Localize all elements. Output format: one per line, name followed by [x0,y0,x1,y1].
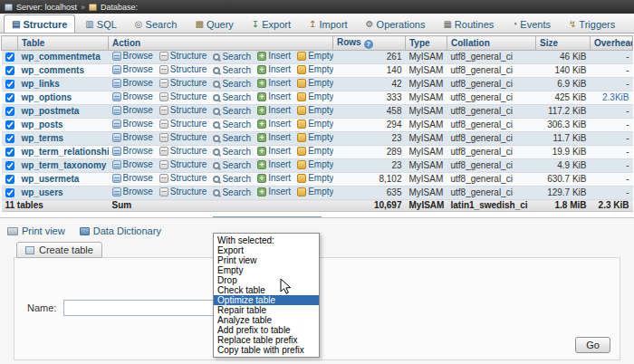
search-action[interactable]: Search [213,160,251,171]
insert-action[interactable]: Insert [257,132,291,143]
database-link[interactable]: Database: [101,3,138,12]
row-checkbox[interactable] [5,161,14,170]
data-dictionary-link[interactable]: Data Dictionary [80,225,161,236]
search-action[interactable]: Search [213,106,251,117]
tab-sql[interactable]: ▥ SQL [77,14,124,33]
search-action[interactable]: Search [213,187,251,198]
structure-action[interactable]: Structure [159,64,207,75]
empty-action[interactable]: Empty [297,119,332,129]
structure-action[interactable]: Structure [159,119,207,129]
go-button[interactable]: Go [575,337,610,353]
structure-action[interactable]: Structure [159,187,207,197]
empty-action[interactable]: Empty [297,105,332,116]
browse-action[interactable]: Browse [112,51,153,62]
search-action[interactable]: Search [213,120,251,130]
insert-action[interactable]: Insert [257,51,291,62]
row-checkbox[interactable] [5,66,14,75]
search-action[interactable]: Search [213,79,251,90]
dropdown-option[interactable]: Export [214,245,319,255]
browse-action[interactable]: Browse [112,64,153,75]
row-checkbox[interactable] [5,107,14,116]
structure-action[interactable]: Structure [159,51,207,62]
structure-action[interactable]: Structure [159,78,207,89]
insert-action[interactable]: Insert [257,187,291,197]
dropdown-option[interactable]: With selected: [214,235,319,245]
search-action[interactable]: Search [213,174,251,185]
tab-structure[interactable]: ▤ Structure [4,14,75,33]
table-name-link[interactable]: wp_posts [22,120,63,129]
insert-action[interactable]: Insert [257,119,291,129]
empty-action[interactable]: Empty [297,173,332,184]
tab-import[interactable]: ↥ Import [301,14,356,33]
server-link[interactable]: Server: localhost [16,3,77,12]
dropdown-option[interactable]: Print view [214,255,319,265]
dropdown-option[interactable]: Check table [214,285,319,295]
empty-action[interactable]: Empty [297,64,332,75]
header-type[interactable]: Type [406,36,447,51]
empty-action[interactable]: Empty [297,146,332,157]
table-name-link[interactable]: wp_usermeta [22,174,80,184]
dropdown-option[interactable]: Add prefix to table [214,325,319,335]
row-checkbox[interactable] [5,148,14,157]
empty-action[interactable]: Empty [297,187,332,197]
row-checkbox[interactable] [5,175,14,184]
tab-events[interactable]: ◔ Events [504,14,559,33]
insert-action[interactable]: Insert [257,105,291,116]
structure-action[interactable]: Structure [159,132,207,143]
table-name-link[interactable]: wp_comments [22,65,84,75]
header-rows[interactable]: Rows [333,36,406,51]
browse-action[interactable]: Browse [112,159,153,170]
structure-action[interactable]: Structure [159,173,207,184]
structure-action[interactable]: Structure [159,105,207,116]
row-checkbox[interactable] [5,120,14,129]
insert-action[interactable]: Insert [257,91,291,102]
table-name-link[interactable]: wp_options [22,92,72,102]
row-checkbox[interactable] [5,188,14,197]
header-collation[interactable]: Collation [447,36,536,51]
browse-action[interactable]: Browse [112,105,153,116]
header-size[interactable]: Size [536,36,591,51]
empty-action[interactable]: Empty [297,78,332,89]
browse-action[interactable]: Browse [112,91,153,102]
structure-action[interactable]: Structure [159,159,207,170]
insert-action[interactable]: Insert [257,64,291,75]
table-name-link[interactable]: wp_term_taxonomy [22,160,107,170]
header-overhead[interactable]: Overhead [591,36,633,51]
search-action[interactable]: Search [213,133,251,144]
table-name-link[interactable]: wp_postmeta [22,106,80,116]
dropdown-option[interactable]: Drop [214,275,319,285]
tab-routines[interactable]: ▦ Routines [435,14,502,33]
row-checkbox[interactable] [5,53,14,62]
table-name-link[interactable]: wp_terms [22,133,64,143]
dropdown-option[interactable]: Replace table prefix [214,335,319,345]
structure-action[interactable]: Structure [159,146,207,157]
tab-search[interactable]: ◎ Search [127,14,186,33]
browse-action[interactable]: Browse [112,132,153,143]
dropdown-option[interactable]: Empty [214,265,319,275]
browse-action[interactable]: Browse [112,78,153,89]
empty-action[interactable]: Empty [297,91,332,102]
help-icon[interactable] [364,40,373,49]
search-action[interactable]: Search [213,52,251,62]
dropdown-option[interactable]: Repair table [214,305,319,315]
insert-action[interactable]: Insert [257,78,291,89]
tab-operations[interactable]: ⚙ Operations [358,14,434,33]
tab-query[interactable]: ▩ Query [187,14,241,33]
insert-action[interactable]: Insert [257,159,291,170]
table-name-link[interactable]: wp_term_relationships [22,147,109,157]
browse-action[interactable]: Browse [112,119,153,129]
insert-action[interactable]: Insert [257,173,291,184]
search-action[interactable]: Search [213,65,251,76]
browse-action[interactable]: Browse [112,187,153,197]
print-view-link[interactable]: Print view [7,225,65,236]
search-action[interactable]: Search [213,147,251,158]
header-table[interactable]: Table [18,36,109,51]
dropdown-option[interactable]: Copy table with prefix [214,345,319,355]
empty-action[interactable]: Empty [297,159,332,170]
table-name-link[interactable]: wp_commentmeta [22,52,101,62]
browse-action[interactable]: Browse [112,173,153,184]
dropdown-option[interactable]: Optimize table [214,295,319,305]
dropdown-option[interactable]: Analyze table [214,315,319,325]
row-checkbox[interactable] [5,134,14,143]
table-name-input[interactable] [63,300,234,316]
